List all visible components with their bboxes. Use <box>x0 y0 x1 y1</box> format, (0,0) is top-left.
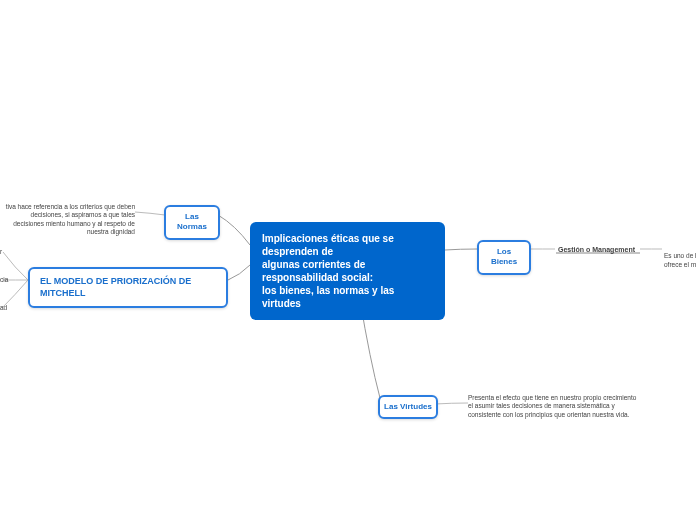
mitchell-clip-1: r <box>0 248 2 255</box>
note-gestion: Es uno de l ofrece el m <box>664 244 696 269</box>
branch-normas[interactable]: Las Normas <box>164 205 220 240</box>
note-virtudes-text: Presenta el efecto que tiene en nuestro … <box>468 394 636 418</box>
note-gestion-text: Es uno de l ofrece el m <box>664 252 696 267</box>
subnode-gestion[interactable]: Gestión o Management <box>558 245 635 254</box>
mitchell-clip-3: ad <box>0 304 7 311</box>
branch-bienes[interactable]: Los Bienes <box>477 240 531 275</box>
central-topic[interactable]: Implicaciones éticas que se desprenden d… <box>250 222 445 320</box>
subnode-gestion-label: Gestión o Management <box>558 246 635 253</box>
branch-virtudes-label: Las Virtudes <box>384 402 432 411</box>
branch-virtudes[interactable]: Las Virtudes <box>378 395 438 419</box>
note-normas-text: tiva hace referencia a los criterios que… <box>6 203 135 235</box>
branch-mitchell[interactable]: EL MODELO DE PRIORIZACIÓN DE MITCHELL <box>28 267 228 308</box>
mitchell-clip-2: cia <box>0 276 8 283</box>
branch-mitchell-label: EL MODELO DE PRIORIZACIÓN DE MITCHELL <box>40 276 191 298</box>
central-topic-text: Implicaciones éticas que se desprenden d… <box>262 233 394 309</box>
note-normas: tiva hace referencia a los criterios que… <box>0 203 135 237</box>
note-virtudes: Presenta el efecto que tiene en nuestro … <box>468 394 643 419</box>
branch-bienes-label: Los Bienes <box>491 247 517 266</box>
branch-normas-label: Las Normas <box>177 212 207 231</box>
